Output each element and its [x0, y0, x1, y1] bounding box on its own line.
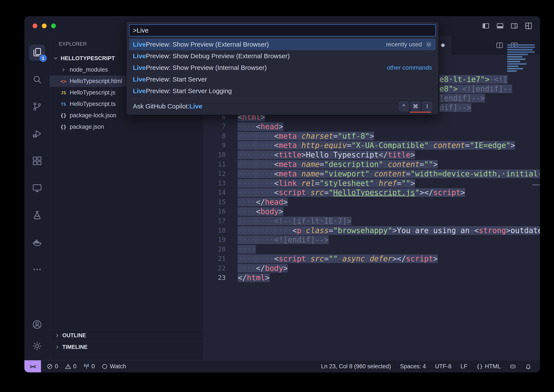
indent-guide	[274, 226, 274, 235]
indent-guide	[256, 179, 256, 188]
status-copilot[interactable]	[510, 363, 516, 370]
status-warnings[interactable]: 0	[65, 363, 76, 370]
indent-guide	[238, 150, 238, 160]
zoom-button[interactable]	[51, 23, 56, 28]
indent-guide	[238, 197, 238, 207]
panel-right-icon[interactable]	[511, 22, 518, 29]
indent-guide	[238, 264, 238, 273]
indent-guide	[238, 207, 238, 216]
indent-guide	[238, 122, 238, 131]
code-line: 11········<meta·name="description"·conte…	[203, 160, 540, 169]
command-row[interactable]: Live Preview: Show Preview (Internal Bro…	[129, 62, 436, 74]
status-bar: >< 000Watch Ln 23, Col 8 (960 selected)S…	[24, 360, 540, 372]
match-highlight: Live	[133, 64, 146, 71]
panel-bottom-icon[interactable]	[496, 22, 504, 29]
command-row[interactable]: Live Preview: Show Preview (External Bro…	[129, 39, 436, 50]
selection-highlight: ····</body>	[238, 264, 288, 273]
activity-item-run-debug[interactable]	[29, 126, 45, 142]
command-input[interactable]	[129, 24, 436, 36]
status-errors[interactable]: 0	[47, 363, 58, 370]
activity-item-settings[interactable]	[29, 338, 45, 355]
error-icon	[47, 363, 53, 370]
gear-icon[interactable]	[426, 41, 432, 48]
panel-header-timeline[interactable]: TIMELINE	[50, 341, 203, 353]
command-text: Preview: Show Preview (External Browser)	[146, 41, 269, 48]
indent-guide	[238, 216, 238, 226]
status-notifications[interactable]	[525, 363, 531, 370]
panel-left-icon[interactable]	[482, 22, 490, 29]
vscode-window: 1 EXPLORER HELLOTYPESCRIPT node_modules<…	[24, 16, 540, 372]
command-text: Ask GitHub Copilot:	[133, 103, 189, 110]
code-line: 8········<meta·charset="utf-8">	[203, 131, 540, 141]
minimize-button[interactable]	[42, 23, 47, 28]
beaker-icon	[32, 210, 42, 221]
selection-highlight: ········<link·rel="stylesheet"·href="">	[238, 179, 415, 188]
line-number: 17	[203, 216, 226, 226]
extensions-icon	[32, 156, 42, 167]
selection-highlight: e8·lt-ie7">·<![	[440, 75, 508, 84]
match-highlight: Live	[133, 76, 146, 83]
match-highlight: Live	[133, 52, 146, 60]
status-label: 0	[73, 363, 76, 370]
activity-item-search[interactable]	[29, 72, 45, 88]
json-file-icon: {}	[60, 113, 67, 118]
status-indentation[interactable]: Spaces: 4	[400, 363, 426, 370]
indent-guide	[238, 131, 238, 141]
line-number: 21	[203, 254, 226, 264]
activity-item-explorer[interactable]: 1	[29, 45, 45, 61]
key-cap: I	[422, 102, 432, 111]
status-encoding[interactable]: UTF-8	[435, 363, 452, 370]
command-row[interactable]: Live Preview: Start Server Logging	[129, 85, 436, 97]
minimap[interactable]	[507, 44, 537, 73]
activity-item-accounts[interactable]	[29, 317, 45, 333]
close-button[interactable]	[33, 23, 37, 28]
activity-item-extensions[interactable]	[29, 153, 45, 169]
file-label: HelloTypescript.html	[70, 78, 122, 84]
line-number: 7	[203, 122, 226, 131]
selection-highlight: </html>	[238, 273, 270, 282]
scrollbar-handle[interactable]	[532, 184, 540, 185]
minimap-line	[507, 56, 522, 58]
split-icon[interactable]	[496, 42, 503, 49]
indent-guide	[238, 140, 238, 150]
panel-header-outline[interactable]: OUTLINE	[50, 329, 203, 341]
status-ports[interactable]: 0	[83, 363, 95, 370]
layout-icon[interactable]	[525, 22, 532, 29]
activity-item-testing[interactable]	[29, 208, 45, 224]
code-line: 7····<head>	[203, 122, 540, 131]
line-number: 9	[203, 140, 226, 150]
match-highlight: Live	[133, 41, 146, 48]
code-line: 22····</body>	[203, 264, 540, 273]
activity-item-source-control[interactable]	[29, 99, 45, 115]
command-text: Preview: Show Preview (Internal Browser)	[146, 64, 267, 71]
json-file-icon: {}	[60, 124, 67, 130]
minimap-line	[507, 70, 517, 72]
activity-item-remote-explorer[interactable]	[29, 181, 45, 196]
status-eol[interactable]: LF	[461, 363, 468, 370]
command-row[interactable]: Live Preview: Show Debug Preview (Extern…	[129, 50, 436, 62]
command-row[interactable]: Ask GitHub Copilot: Live^⌘I	[129, 100, 436, 112]
indent-guide	[256, 188, 256, 197]
selection-highlight: ····</head>	[238, 198, 288, 206]
status-watch[interactable]: Watch	[102, 363, 126, 370]
activity-item-docker[interactable]	[29, 235, 45, 251]
status-language-mode[interactable]: {}HTML	[476, 363, 501, 370]
selection-highlight: ········<meta·name="description"·content…	[238, 160, 438, 169]
activity-item-more[interactable]	[29, 262, 45, 278]
other-commands-link[interactable]: other commands	[387, 64, 432, 71]
selection-highlight: ········<script·src="HelloTypescript.js"…	[238, 188, 465, 197]
selection-highlight: ····<body>	[238, 207, 283, 216]
selection-highlight: ········<meta·name="viewport"·content="w…	[238, 169, 540, 178]
remote-indicator[interactable]: ><	[24, 360, 41, 372]
status-cursor-position[interactable]: Ln 23, Col 8 (960 selected)	[321, 363, 391, 370]
indent-guide	[238, 245, 238, 254]
modified-indicator	[441, 43, 445, 47]
chevron-down-icon	[52, 55, 59, 62]
warning-icon	[65, 363, 71, 370]
indent-guide	[256, 131, 256, 141]
command-row[interactable]: Live Preview: Start Server	[129, 74, 436, 85]
docker-icon	[32, 238, 42, 248]
selection-highlight: dif]-->	[440, 103, 471, 112]
status-label: 0	[92, 363, 95, 370]
explorer-file-row[interactable]: {}package.json	[50, 121, 203, 133]
